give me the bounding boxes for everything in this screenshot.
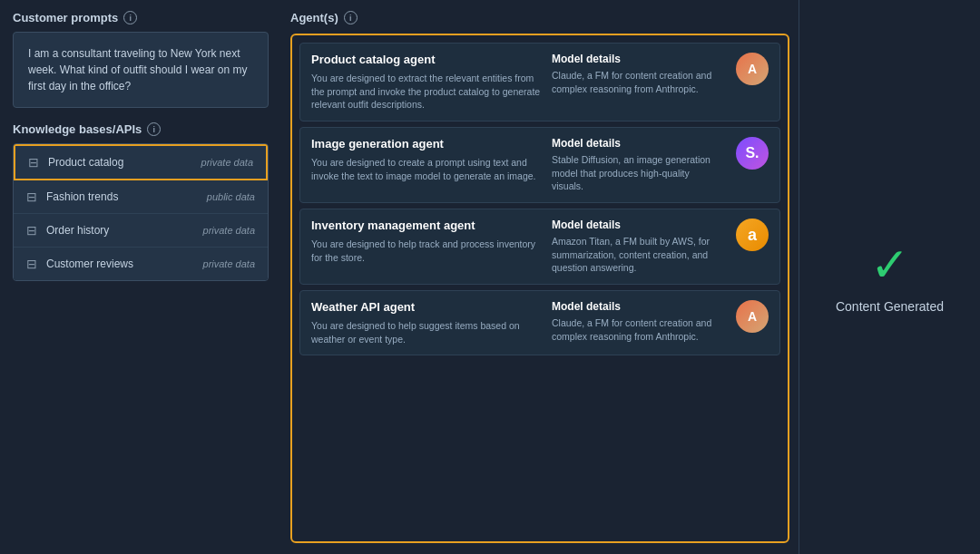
customer-prompts-title: Customer prompts [13, 11, 118, 24]
model-icon-0: A [736, 53, 769, 85]
agent-left-1: Image generation agent You are designed … [311, 137, 543, 182]
kb-item[interactable]: ⊟ Product catalog private data [14, 144, 268, 180]
agent-card-inner-0: Product catalog agent You are designed t… [311, 53, 769, 112]
kb-item-name-2: Order history [46, 224, 109, 237]
model-desc-3: Claude, a FM for content creation and co… [552, 316, 720, 343]
kb-item-left-1: ⊟ Fashion trends [26, 190, 118, 204]
agent-right-0: Model details Claude, a FM for content c… [552, 53, 720, 95]
kb-item[interactable]: ⊟ Customer reviews private data [14, 248, 268, 280]
model-icon-2: a [736, 219, 769, 251]
agent-card-1: Image generation agent You are designed … [299, 127, 780, 203]
agent-left-2: Inventory management agent You are desig… [311, 219, 543, 264]
agent-left-0: Product catalog agent You are designed t… [311, 53, 543, 112]
kb-item-badge-0: private data [201, 157, 253, 168]
kb-item-badge-2: private data [203, 225, 255, 236]
kb-item-badge-3: private data [203, 258, 255, 269]
agents-info-icon[interactable]: i [344, 11, 358, 24]
agent-name-0: Product catalog agent [311, 53, 543, 68]
customer-prompt-text: I am a consultant traveling to New York … [13, 32, 269, 108]
db-icon-1: ⊟ [26, 190, 37, 204]
agent-right-2: Model details Amazon Titan, a FM built b… [552, 219, 720, 275]
model-icon-3: A [736, 300, 769, 333]
customer-prompts-header: Customer prompts i [13, 11, 269, 24]
kb-item-left-0: ⊟ Product catalog [28, 155, 123, 170]
content-generated-label: Content Generated [836, 299, 944, 314]
agent-name-1: Image generation agent [311, 137, 543, 152]
model-icon-1: S. [736, 137, 769, 170]
left-panel: Customer prompts i I am a consultant tra… [0, 0, 281, 554]
model-label-0: Model details [552, 53, 720, 65]
kb-item[interactable]: ⊟ Order history private data [14, 214, 268, 248]
knowledge-bases-section: Knowledge bases/APIs i ⊟ Product catalog… [13, 122, 269, 281]
right-panel: ✓ Content Generated [799, 0, 980, 554]
kb-item-badge-1: public data [207, 191, 255, 202]
middle-panel: Agent(s) i Product catalog agent You are… [281, 0, 799, 554]
agent-right-1: Model details Stable Diffusion, an image… [552, 137, 720, 193]
kb-info-icon[interactable]: i [147, 122, 161, 136]
kb-item-name-3: Customer reviews [46, 258, 133, 270]
agents-container: Product catalog agent You are designed t… [290, 34, 789, 543]
agent-desc-0: You are designed to extract the relevant… [311, 72, 543, 112]
kb-item-left-3: ⊟ Customer reviews [26, 257, 133, 271]
agents-title: Agent(s) [290, 11, 338, 24]
agent-desc-1: You are designed to create a prompt usin… [311, 156, 543, 182]
agent-card-inner-1: Image generation agent You are designed … [311, 137, 769, 193]
model-desc-1: Stable Diffusion, an image generation mo… [552, 153, 720, 193]
model-label-1: Model details [552, 137, 720, 150]
model-desc-2: Amazon Titan, a FM built by AWS, for sum… [552, 235, 720, 275]
agent-name-3: Weather API agent [311, 300, 543, 316]
kb-item-name-0: Product catalog [48, 156, 123, 169]
kb-title: Knowledge bases/APIs [13, 122, 142, 136]
agent-card-2: Inventory management agent You are desig… [299, 209, 780, 285]
kb-list: ⊟ Product catalog private data ⊟ Fashion… [13, 143, 269, 281]
agent-left-3: Weather API agent You are designed to he… [311, 300, 543, 345]
customer-prompts-section: Customer prompts i I am a consultant tra… [13, 11, 269, 108]
agent-desc-2: You are designed to help track and proce… [311, 238, 543, 264]
agent-name-2: Inventory management agent [311, 219, 543, 234]
model-desc-0: Claude, a FM for content creation and co… [552, 69, 720, 95]
kb-item-left-2: ⊟ Order history [26, 223, 109, 238]
agent-desc-3: You are designed to help suggest items b… [311, 319, 543, 345]
check-icon: ✓ [870, 241, 910, 288]
agent-card-inner-3: Weather API agent You are designed to he… [311, 300, 769, 345]
kb-header: Knowledge bases/APIs i [13, 122, 269, 136]
db-icon-2: ⊟ [26, 223, 37, 238]
db-icon-0: ⊟ [28, 155, 39, 170]
agent-card-3: Weather API agent You are designed to he… [299, 290, 780, 355]
db-icon-3: ⊟ [26, 257, 37, 271]
agent-right-3: Model details Claude, a FM for content c… [552, 300, 720, 343]
model-label-2: Model details [552, 219, 720, 231]
agents-header: Agent(s) i [290, 11, 789, 24]
kb-item-name-1: Fashion trends [46, 190, 118, 203]
customer-prompts-info-icon[interactable]: i [123, 11, 137, 24]
kb-item[interactable]: ⊟ Fashion trends public data [14, 180, 268, 214]
model-label-3: Model details [552, 300, 720, 313]
agent-card-0: Product catalog agent You are designed t… [299, 43, 780, 121]
agent-card-inner-2: Inventory management agent You are desig… [311, 219, 769, 275]
